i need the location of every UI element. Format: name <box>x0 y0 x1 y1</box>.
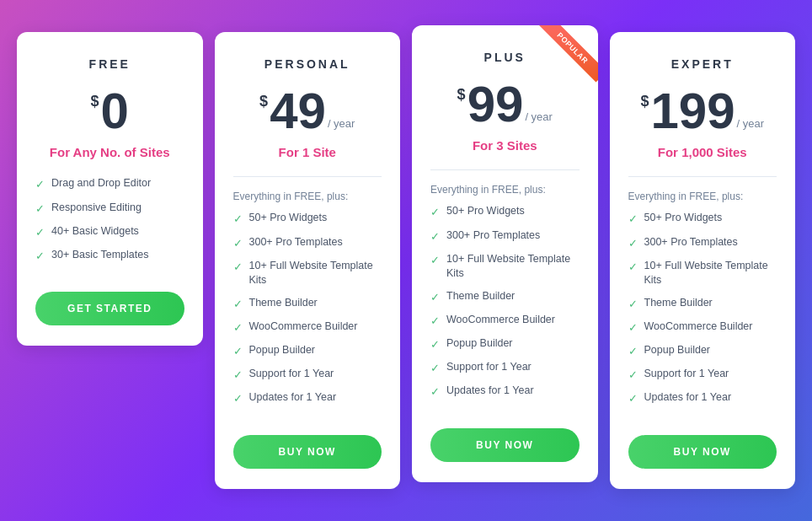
check-icon: ✓ <box>233 297 243 312</box>
check-icon: ✓ <box>35 177 45 192</box>
check-icon: ✓ <box>430 253 440 268</box>
feature-text: 300+ Pro Templates <box>446 228 540 244</box>
popular-badge <box>531 25 598 93</box>
feature-item: ✓ Support for 1 Year <box>233 367 382 383</box>
check-icon: ✓ <box>430 384 440 400</box>
check-icon: ✓ <box>628 297 638 312</box>
price-period-personal: / year <box>328 117 355 130</box>
feature-item: ✓ Responsive Editing <box>35 201 184 217</box>
price-subtitle-plus: For 3 Sites <box>430 138 580 153</box>
feature-item: ✓ Updates for 1 Year <box>430 384 580 400</box>
features-list-free: ✓ Drag and Drop Editor ✓ Responsive Edit… <box>35 176 184 271</box>
price-currency-personal: $ <box>259 93 268 110</box>
check-icon: ✓ <box>233 212 243 227</box>
feature-text: Popup Builder <box>644 343 711 358</box>
pricing-container: FREE $ 0 For Any No. of Sites ✓ Drag and… <box>17 32 795 488</box>
check-icon: ✓ <box>430 314 440 329</box>
check-icon: ✓ <box>233 236 243 251</box>
everything-text-plus: Everything in FREE, plus: <box>430 184 580 196</box>
check-icon: ✓ <box>430 205 440 220</box>
feature-text: 300+ Pro Templates <box>249 235 343 250</box>
check-icon: ✓ <box>233 368 243 383</box>
check-icon: ✓ <box>233 391 243 406</box>
divider-personal <box>233 176 382 177</box>
cta-button-expert[interactable]: BUY NOW <box>628 435 777 469</box>
features-list-personal: ✓ 50+ Pro Widgets ✓ 300+ Pro Templates ✓… <box>233 211 382 414</box>
feature-text: 300+ Pro Templates <box>644 235 738 250</box>
feature-text: 10+ Full Website Template Kits <box>644 259 777 288</box>
feature-text: Support for 1 Year <box>249 367 334 382</box>
divider-plus <box>430 169 580 170</box>
feature-text: Theme Builder <box>644 296 713 311</box>
check-icon: ✓ <box>35 201 45 217</box>
feature-item: ✓ WooCommerce Builder <box>430 313 580 329</box>
feature-item: ✓ 10+ Full Website Template Kits <box>233 259 382 288</box>
check-icon: ✓ <box>430 290 440 305</box>
plan-name-personal: PERSONAL <box>233 57 382 71</box>
feature-text: WooCommerce Builder <box>644 320 753 335</box>
price-row-expert: $ 199 / year <box>628 86 777 137</box>
feature-text: Support for 1 Year <box>446 360 532 375</box>
feature-item: ✓ 50+ Pro Widgets <box>628 211 777 227</box>
feature-item: ✓ Theme Builder <box>430 289 580 305</box>
feature-text: Updates for 1 Year <box>644 390 732 406</box>
price-subtitle-free: For Any No. of Sites <box>35 145 184 159</box>
plan-name-free: FREE <box>35 57 184 71</box>
feature-item: ✓ 300+ Pro Templates <box>628 235 777 251</box>
check-icon: ✓ <box>233 320 243 336</box>
cta-button-free[interactable]: GET STARTED <box>35 292 184 325</box>
cta-button-personal[interactable]: BUY NOW <box>233 435 382 469</box>
cta-button-plus[interactable]: BUY NOW <box>430 428 580 462</box>
feature-text: Responsive Editing <box>51 201 142 216</box>
feature-item: ✓ Updates for 1 Year <box>628 390 777 406</box>
feature-text: Popup Builder <box>446 336 513 352</box>
price-amount-free: 0 <box>101 86 129 137</box>
check-icon: ✓ <box>628 320 638 336</box>
feature-item: ✓ 50+ Pro Widgets <box>430 204 580 220</box>
divider-expert <box>628 176 777 177</box>
check-icon: ✓ <box>430 337 440 352</box>
feature-item: ✓ 50+ Pro Widgets <box>233 211 382 227</box>
features-list-plus: ✓ 50+ Pro Widgets ✓ 300+ Pro Templates ✓… <box>430 204 580 407</box>
pricing-card-free: FREE $ 0 For Any No. of Sites ✓ Drag and… <box>17 32 203 346</box>
check-icon: ✓ <box>628 391 638 406</box>
feature-item: ✓ Popup Builder <box>430 336 580 352</box>
feature-item: ✓ Theme Builder <box>233 296 382 312</box>
feature-text: Drag and Drop Editor <box>51 176 151 191</box>
feature-text: Updates for 1 Year <box>446 384 534 399</box>
feature-text: 50+ Pro Widgets <box>446 204 525 219</box>
feature-text: Theme Builder <box>249 296 318 311</box>
features-list-expert: ✓ 50+ Pro Widgets ✓ 300+ Pro Templates ✓… <box>628 211 777 414</box>
feature-item: ✓ Drag and Drop Editor <box>35 176 184 192</box>
feature-item: ✓ Popup Builder <box>233 343 382 359</box>
check-icon: ✓ <box>430 361 440 376</box>
price-row-personal: $ 49 / year <box>233 86 382 137</box>
price-period-expert: / year <box>737 117 765 130</box>
price-subtitle-personal: For 1 Site <box>233 145 382 159</box>
feature-text: Support for 1 Year <box>644 367 729 382</box>
feature-text: Theme Builder <box>446 289 515 304</box>
check-icon: ✓ <box>628 236 638 251</box>
feature-item: ✓ 10+ Full Website Template Kits <box>628 259 777 288</box>
feature-text: 50+ Pro Widgets <box>644 211 723 226</box>
feature-item: ✓ Support for 1 Year <box>430 360 580 376</box>
plan-name-expert: EXPERT <box>628 57 777 71</box>
feature-text: 50+ Pro Widgets <box>249 211 328 226</box>
check-icon: ✓ <box>35 249 45 264</box>
everything-text-personal: Everything in FREE, plus: <box>233 191 382 202</box>
price-amount-plus: 99 <box>467 79 524 130</box>
check-icon: ✓ <box>628 368 638 383</box>
everything-text-expert: Everything in FREE, plus: <box>628 191 777 202</box>
feature-item: ✓ Updates for 1 Year <box>233 390 382 406</box>
feature-text: 30+ Basic Templates <box>51 248 148 263</box>
feature-item: ✓ 40+ Basic Widgets <box>35 224 184 240</box>
feature-text: Popup Builder <box>249 343 316 358</box>
price-row-free: $ 0 <box>35 86 184 137</box>
price-subtitle-expert: For 1,000 Sites <box>628 145 777 159</box>
price-currency-free: $ <box>91 93 99 110</box>
check-icon: ✓ <box>628 344 638 359</box>
check-icon: ✓ <box>628 260 638 275</box>
feature-item: ✓ 10+ Full Website Template Kits <box>430 252 580 282</box>
feature-item: ✓ WooCommerce Builder <box>233 320 382 336</box>
feature-item: ✓ 300+ Pro Templates <box>233 235 382 251</box>
